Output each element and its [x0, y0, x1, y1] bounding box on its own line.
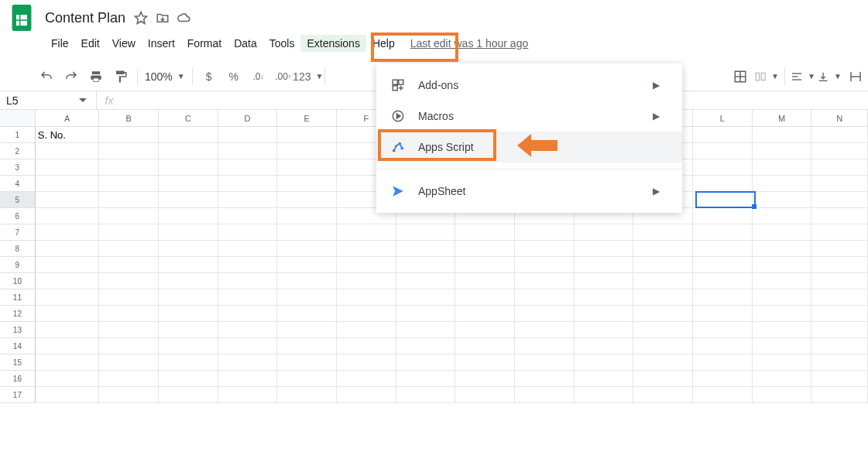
cell[interactable] — [277, 208, 337, 224]
column-header[interactable]: E — [277, 110, 337, 126]
cell[interactable] — [337, 338, 396, 354]
undo-button[interactable] — [34, 67, 59, 87]
cell[interactable] — [396, 289, 456, 306]
cell[interactable] — [811, 192, 868, 208]
cell[interactable] — [515, 387, 575, 403]
cell[interactable] — [159, 159, 218, 176]
cell[interactable] — [218, 127, 278, 143]
cell[interactable] — [633, 257, 693, 273]
cell[interactable] — [99, 208, 159, 224]
cell[interactable] — [811, 257, 868, 273]
cell[interactable] — [811, 241, 868, 257]
cell[interactable] — [811, 273, 868, 289]
cell[interactable] — [337, 306, 396, 322]
row-header[interactable]: 14 — [0, 338, 36, 354]
cell[interactable] — [753, 338, 812, 354]
last-edit-link[interactable]: Last edit was 1 hour ago — [410, 37, 529, 50]
cell[interactable] — [455, 354, 515, 371]
menu-edit[interactable]: Edit — [75, 35, 106, 52]
cell[interactable] — [159, 127, 218, 143]
row-header[interactable]: 16 — [0, 371, 36, 387]
name-box-dropdown[interactable] — [40, 97, 96, 104]
cell[interactable] — [753, 387, 812, 403]
cell[interactable]: S. No. — [36, 127, 100, 143]
cell[interactable] — [159, 224, 218, 241]
cell[interactable] — [633, 387, 693, 403]
cell[interactable] — [575, 224, 634, 241]
cell[interactable] — [575, 338, 634, 354]
cell[interactable] — [753, 127, 812, 143]
cell[interactable] — [277, 159, 337, 176]
cell[interactable] — [811, 143, 868, 159]
cell[interactable] — [36, 208, 100, 224]
cell[interactable] — [753, 176, 812, 192]
cell[interactable] — [218, 354, 278, 371]
cell[interactable] — [396, 273, 456, 289]
cell[interactable] — [575, 371, 634, 387]
cell[interactable] — [396, 224, 456, 241]
cell[interactable] — [159, 306, 218, 322]
menu-help[interactable]: Help — [366, 35, 401, 52]
cell[interactable] — [218, 224, 278, 241]
menu-view[interactable]: View — [106, 35, 142, 52]
cell[interactable] — [337, 289, 396, 306]
cell[interactable] — [633, 306, 693, 322]
more-formats-button[interactable]: 123▼ — [296, 67, 321, 87]
column-header[interactable]: A — [36, 110, 100, 126]
cell[interactable] — [99, 159, 159, 176]
cell[interactable] — [99, 354, 159, 371]
name-box[interactable]: L5 — [0, 91, 40, 109]
borders-button[interactable] — [728, 67, 753, 87]
cell[interactable] — [36, 241, 100, 257]
cell[interactable] — [515, 322, 575, 338]
move-icon[interactable] — [155, 10, 170, 26]
cell[interactable] — [36, 289, 100, 306]
cell[interactable] — [515, 273, 575, 289]
cell[interactable] — [753, 306, 812, 322]
row-header[interactable]: 10 — [0, 273, 36, 289]
cell[interactable] — [455, 273, 515, 289]
cell[interactable] — [218, 273, 278, 289]
cell[interactable] — [99, 257, 159, 273]
cell[interactable] — [36, 257, 100, 273]
cell[interactable] — [753, 208, 812, 224]
cell[interactable] — [337, 322, 396, 338]
decrease-decimal-button[interactable]: .0↓ — [246, 67, 271, 87]
cell[interactable] — [159, 273, 218, 289]
cell[interactable] — [455, 387, 515, 403]
cell[interactable] — [277, 241, 337, 257]
vertical-align-button[interactable]: ▼ — [817, 67, 842, 87]
cell[interactable] — [277, 371, 337, 387]
cell[interactable] — [218, 143, 278, 159]
cell[interactable] — [633, 289, 693, 306]
cell[interactable] — [575, 354, 634, 371]
format-currency-button[interactable]: $ — [197, 67, 221, 87]
cell[interactable] — [396, 322, 456, 338]
cell[interactable] — [218, 241, 278, 257]
cell[interactable] — [811, 208, 868, 224]
cell[interactable] — [159, 176, 218, 192]
cell[interactable] — [396, 241, 456, 257]
cell[interactable] — [811, 354, 868, 371]
doc-title[interactable]: Content Plan — [45, 9, 125, 26]
column-header[interactable]: M — [753, 110, 812, 126]
star-icon[interactable] — [133, 10, 149, 26]
cell[interactable] — [99, 322, 159, 338]
cell[interactable] — [693, 224, 753, 241]
cell[interactable] — [218, 322, 278, 338]
sheets-logo[interactable] — [8, 0, 36, 36]
cell[interactable] — [99, 273, 159, 289]
cell[interactable] — [159, 322, 218, 338]
cloud-saved-icon[interactable] — [177, 10, 192, 26]
cell[interactable] — [159, 143, 218, 159]
cell[interactable] — [159, 192, 218, 208]
cell[interactable] — [277, 143, 337, 159]
redo-button[interactable] — [59, 67, 84, 87]
cell[interactable] — [811, 176, 868, 192]
cell[interactable] — [36, 159, 100, 176]
cell[interactable] — [277, 322, 337, 338]
cell[interactable] — [515, 224, 575, 241]
increase-decimal-button[interactable]: .00↑ — [271, 67, 296, 87]
cell[interactable] — [218, 208, 278, 224]
row-header[interactable]: 5 — [0, 192, 36, 208]
